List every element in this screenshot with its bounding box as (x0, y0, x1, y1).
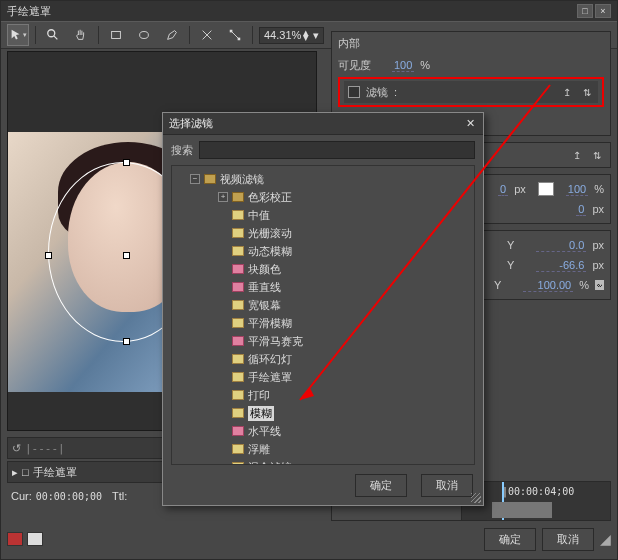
clip-name: 手绘遮罩 (33, 465, 77, 480)
tree-item[interactable]: 模糊 (176, 404, 470, 422)
filter-icon (232, 228, 244, 238)
expand-icon[interactable]: + (218, 192, 228, 202)
y-label: Y (494, 279, 501, 291)
colon: : (394, 86, 397, 98)
expand-icon[interactable]: ▸ (12, 466, 18, 479)
dialog-close-button[interactable]: ✕ (463, 117, 477, 131)
tree-item-label: 平滑模糊 (248, 316, 292, 331)
tree-item-label: 模糊 (248, 406, 274, 421)
filter-checkbox[interactable] (348, 86, 360, 98)
zoom-combo[interactable]: 44.31% ▴▾ ▾ (259, 27, 324, 44)
tree-root[interactable]: − 视频滤镜 (176, 170, 470, 188)
px-value-a[interactable]: 0 (498, 183, 508, 196)
maximize-button[interactable]: □ (577, 4, 593, 18)
filter-icon (232, 282, 244, 292)
titlebar: 手绘遮罩 □ × (1, 1, 617, 21)
tree-item-label: 混合滤镜 (248, 460, 292, 466)
edit-tool[interactable] (196, 24, 218, 46)
svg-rect-2 (112, 32, 121, 39)
filter-icon (232, 300, 244, 310)
tree-item[interactable]: 宽银幕 (176, 296, 470, 314)
filter-icon (232, 336, 244, 346)
filter-icon (232, 264, 244, 274)
cancel-button[interactable]: 取消 (542, 528, 594, 551)
timeline-body[interactable]: |00:00:04;00 (462, 482, 610, 520)
color-a[interactable] (7, 532, 23, 546)
tree-item[interactable]: 循环幻灯 (176, 350, 470, 368)
cur-label: Cur: (11, 490, 32, 502)
y-label: Y (507, 259, 514, 271)
separator (252, 26, 253, 44)
px-value-b[interactable]: 0 (576, 203, 586, 216)
y2-value[interactable]: -66.6 (536, 259, 586, 272)
loop-icon[interactable]: ↺ (12, 442, 21, 455)
separator (189, 26, 190, 44)
tree-item[interactable]: 平滑马赛克 (176, 332, 470, 350)
filter-icon (232, 462, 244, 465)
pen-tool[interactable] (161, 24, 183, 46)
y3-value[interactable]: 100.00 (523, 279, 573, 292)
filter-icon (232, 390, 244, 400)
window-title: 手绘遮罩 (7, 4, 577, 19)
tree-root-label: 视频滤镜 (220, 172, 264, 187)
ok-button[interactable]: 确定 (484, 528, 536, 551)
tree-item-label: 中值 (248, 208, 270, 223)
tree-item[interactable]: 平滑模糊 (176, 314, 470, 332)
filter-icon (232, 246, 244, 256)
tree-item[interactable]: +色彩校正 (176, 188, 470, 206)
infinity-icon[interactable]: ⧜ (595, 280, 604, 290)
dialog-ok-button[interactable]: 确定 (355, 474, 407, 497)
timeline-clip[interactable] (492, 502, 552, 518)
ellipse-tool[interactable] (133, 24, 155, 46)
collapse-icon[interactable]: − (190, 174, 200, 184)
highlight-box: 滤镜 : ↥ ⇅ (338, 77, 604, 107)
bottom-bar: 确定 取消 ◢ (7, 525, 611, 553)
tree-item[interactable]: 块颜色 (176, 260, 470, 278)
tree-item[interactable]: 光栅滚动 (176, 224, 470, 242)
link-icon[interactable]: ⇅ (590, 148, 604, 162)
tree-item-label: 平滑马赛克 (248, 334, 303, 349)
tree-item-label: 动态模糊 (248, 244, 292, 259)
pct-a[interactable]: 100 (566, 183, 588, 196)
color-swatch[interactable] (538, 182, 554, 196)
tree-item-label: 循环幻灯 (248, 352, 292, 367)
svg-point-0 (48, 30, 55, 37)
import-icon[interactable]: ↥ (570, 148, 584, 162)
percent-unit: % (420, 59, 430, 71)
y1-value[interactable]: 0.0 (536, 239, 586, 252)
import-icon[interactable]: ↥ (560, 85, 574, 99)
filter-icon (232, 444, 244, 454)
tree-item[interactable]: 浮雕 (176, 440, 470, 458)
folder-icon (232, 192, 244, 202)
tree-item[interactable]: 动态模糊 (176, 242, 470, 260)
visibility-value[interactable]: 100 (392, 59, 414, 72)
tree-item[interactable]: 手绘遮罩 (176, 368, 470, 386)
section-internal-title: 内部 (338, 36, 604, 51)
dialog-title: 选择滤镜 (169, 116, 463, 131)
search-input[interactable] (199, 141, 475, 159)
filter-label: 滤镜 (366, 85, 388, 100)
tree-item[interactable]: 混合滤镜 (176, 458, 470, 465)
tree-item-label: 手绘遮罩 (248, 370, 292, 385)
folder-icon (204, 174, 216, 184)
close-button[interactable]: × (595, 4, 611, 18)
tree-item[interactable]: 打印 (176, 386, 470, 404)
tree-item[interactable]: 中值 (176, 206, 470, 224)
search-label: 搜索 (171, 143, 193, 158)
zoom-tool[interactable] (42, 24, 64, 46)
resize-grip[interactable] (471, 493, 481, 503)
node-tool[interactable] (224, 24, 246, 46)
color-b[interactable] (27, 532, 43, 546)
separator (35, 26, 36, 44)
hand-tool[interactable] (70, 24, 92, 46)
tree-item[interactable]: 垂直线 (176, 278, 470, 296)
arrow-tool[interactable]: ▾ (7, 24, 29, 46)
tree-item-label: 垂直线 (248, 280, 281, 295)
tree-item[interactable]: 水平线 (176, 422, 470, 440)
tree-item-label: 打印 (248, 388, 270, 403)
dialog-cancel-button[interactable]: 取消 (421, 474, 473, 497)
filter-tree[interactable]: − 视频滤镜 +色彩校正中值光栅滚动动态模糊块颜色垂直线宽银幕平滑模糊平滑马赛克… (171, 165, 475, 465)
rect-tool[interactable] (105, 24, 127, 46)
filter-icon (232, 408, 244, 418)
link-icon[interactable]: ⇅ (580, 85, 594, 99)
